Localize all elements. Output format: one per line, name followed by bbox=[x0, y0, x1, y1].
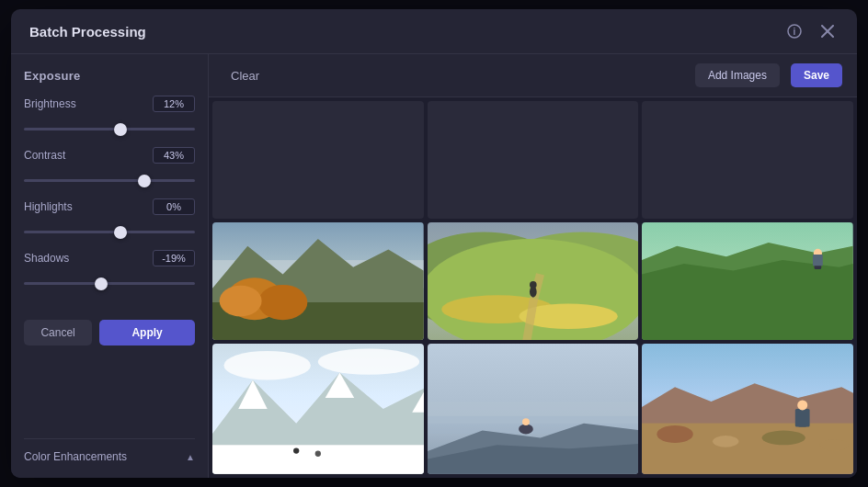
image-cell-desert-hiker[interactable] bbox=[642, 344, 853, 474]
main-content: Clear Add Images Save bbox=[209, 54, 857, 478]
cancel-button[interactable]: Cancel bbox=[24, 320, 92, 345]
svg-point-51 bbox=[798, 401, 808, 411]
modal-header: Batch Processing i bbox=[11, 9, 857, 54]
brightness-control: Brightness bbox=[24, 96, 195, 134]
highlights-slider[interactable] bbox=[24, 231, 195, 233]
highlights-row: Highlights bbox=[24, 198, 195, 215]
empty-placeholder-3 bbox=[642, 101, 853, 219]
snow-mountains-image bbox=[212, 344, 424, 474]
svg-point-26 bbox=[223, 351, 311, 380]
svg-point-10 bbox=[220, 286, 262, 317]
add-images-button[interactable]: Add Images bbox=[695, 63, 780, 87]
section-label: Exposure bbox=[24, 69, 195, 83]
svg-point-34 bbox=[315, 451, 321, 457]
desert-hiker-image bbox=[642, 344, 853, 474]
svg-point-33 bbox=[293, 448, 299, 454]
svg-rect-24 bbox=[813, 255, 823, 266]
svg-point-46 bbox=[762, 431, 805, 446]
brightness-row: Brightness bbox=[24, 96, 195, 112]
svg-point-9 bbox=[258, 285, 308, 320]
color-enhancements-label: Color Enhancements bbox=[24, 450, 127, 463]
contrast-value-input[interactable] bbox=[153, 147, 195, 164]
toolbar: Clear Add Images Save bbox=[209, 54, 857, 97]
shadows-value-input[interactable] bbox=[153, 250, 195, 266]
cliff-sitter-image bbox=[428, 344, 639, 474]
contrast-row: Contrast bbox=[24, 147, 195, 164]
brightness-slider[interactable] bbox=[24, 128, 195, 130]
image-cell-empty-1[interactable] bbox=[212, 101, 424, 219]
sidebar: Exposure Brightness Contrast bbox=[11, 54, 209, 478]
svg-point-27 bbox=[318, 349, 419, 375]
apply-button[interactable]: Apply bbox=[99, 320, 195, 345]
highlights-control: Highlights bbox=[24, 198, 195, 237]
image-cell-ridge-hiker[interactable] bbox=[642, 222, 853, 340]
image-cell-snow-mountains[interactable] bbox=[212, 344, 424, 474]
image-cell-path-hills[interactable] bbox=[428, 222, 639, 340]
svg-point-47 bbox=[820, 439, 850, 451]
chevron-up-icon: ▲ bbox=[186, 452, 195, 462]
svg-rect-32 bbox=[212, 445, 424, 474]
save-button[interactable]: Save bbox=[791, 63, 842, 87]
empty-placeholder-1 bbox=[212, 101, 424, 219]
svg-rect-50 bbox=[795, 409, 810, 427]
highlights-value-input[interactable] bbox=[153, 198, 195, 215]
shadows-control: Shadows bbox=[24, 250, 195, 289]
shadows-label: Shadows bbox=[24, 252, 69, 265]
batch-processing-modal: Batch Processing i bbox=[11, 9, 857, 478]
image-cell-cliff-sitter[interactable] bbox=[428, 344, 639, 474]
mountains-fog-image bbox=[212, 222, 424, 340]
ridge-hiker-image bbox=[642, 222, 853, 340]
modal-overlay: Batch Processing i bbox=[0, 0, 868, 487]
modal-body: Exposure Brightness Contrast bbox=[11, 54, 857, 478]
svg-text:i: i bbox=[794, 27, 796, 37]
header-icons: i bbox=[783, 20, 839, 42]
contrast-control: Contrast bbox=[24, 147, 195, 186]
empty-placeholder-2 bbox=[428, 101, 639, 219]
svg-point-45 bbox=[657, 425, 693, 443]
svg-point-40 bbox=[519, 425, 533, 435]
sidebar-bottom: Color Enhancements ▲ bbox=[24, 438, 195, 463]
highlights-label: Highlights bbox=[24, 200, 73, 213]
svg-point-18 bbox=[530, 281, 537, 289]
close-button[interactable] bbox=[817, 20, 839, 42]
contrast-label: Contrast bbox=[24, 149, 65, 162]
path-hills-image bbox=[428, 222, 639, 340]
svg-marker-21 bbox=[642, 260, 853, 340]
image-cell-empty-2[interactable] bbox=[428, 101, 639, 219]
svg-point-48 bbox=[713, 436, 738, 447]
shadows-slider[interactable] bbox=[24, 282, 195, 285]
modal-title: Batch Processing bbox=[29, 24, 146, 40]
clear-button[interactable]: Clear bbox=[223, 65, 267, 86]
image-cell-empty-3[interactable] bbox=[642, 101, 853, 219]
contrast-slider[interactable] bbox=[24, 179, 195, 182]
brightness-label: Brightness bbox=[24, 97, 76, 110]
action-buttons: Cancel Apply bbox=[24, 320, 195, 345]
image-grid bbox=[209, 97, 857, 478]
info-button[interactable]: i bbox=[783, 20, 805, 42]
shadows-row: Shadows bbox=[24, 250, 195, 266]
image-cell-mountains-fog[interactable] bbox=[212, 222, 424, 340]
color-enhancements-row[interactable]: Color Enhancements ▲ bbox=[24, 450, 195, 463]
brightness-value-input[interactable] bbox=[153, 96, 195, 112]
svg-point-41 bbox=[522, 418, 530, 425]
